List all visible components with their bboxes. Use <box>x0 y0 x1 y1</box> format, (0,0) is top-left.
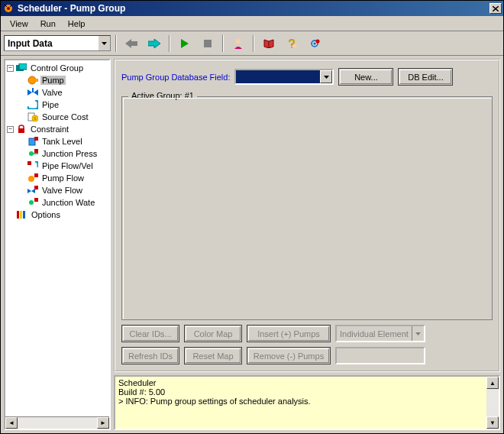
tree-item-valve[interactable]: Valve <box>5 86 109 99</box>
chevron-down-icon <box>320 70 332 83</box>
close-button[interactable] <box>489 3 502 14</box>
valveflow-icon <box>27 184 39 196</box>
menu-help[interactable]: Help <box>62 18 92 30</box>
back-button[interactable] <box>121 34 141 53</box>
run-button[interactable] <box>175 34 195 53</box>
svg-point-40 <box>29 200 34 205</box>
tree-item-pipe[interactable]: Pipe <box>5 99 109 111</box>
svg-marker-23 <box>34 89 38 96</box>
scroll-left-icon[interactable]: ◄ <box>5 417 18 429</box>
colormap-button[interactable]: Color Map <box>184 325 242 342</box>
lock-icon <box>15 123 27 135</box>
group-icon <box>15 62 27 74</box>
svg-point-35 <box>28 176 34 182</box>
main-area: − Control Group Pump Valve Pi <box>1 56 503 433</box>
svg-point-17 <box>316 39 320 43</box>
menubar: View Run Help <box>1 16 503 31</box>
chevron-down-icon <box>98 36 110 50</box>
insert-pumps-button[interactable]: Insert (+) Pumps <box>247 325 331 342</box>
tree-item-pumpflow[interactable]: Pump Flow <box>5 172 109 184</box>
collapse-icon[interactable]: − <box>7 65 14 72</box>
active-group-box: Active Group: #1 <box>121 96 493 320</box>
junction-icon <box>27 147 39 160</box>
svg-rect-21 <box>35 79 38 82</box>
app-window: Scheduler - Pump Group View Run Help Inp… <box>0 0 504 434</box>
tree-item-junctionwater[interactable]: Junction Wate <box>5 196 109 209</box>
chevron-down-icon <box>412 326 424 341</box>
scroll-right-icon[interactable]: ► <box>97 417 109 429</box>
svg-rect-19 <box>19 63 27 70</box>
mode-combo[interactable]: Input Data <box>4 35 111 51</box>
svg-marker-37 <box>27 189 31 193</box>
toolbar: Input Data <box>1 31 503 56</box>
tree-constraint[interactable]: − Constraint <box>5 123 109 135</box>
forward-button[interactable] <box>144 34 164 53</box>
tree-root[interactable]: − Control Group <box>5 62 109 74</box>
menu-run[interactable]: Run <box>34 18 62 30</box>
new-button[interactable]: New... <box>338 68 393 86</box>
tree-options[interactable]: Options <box>5 209 109 221</box>
remove-pumps-button[interactable]: Remove (-) Pumps <box>247 347 331 364</box>
refreshids-button[interactable]: Refresh IDs <box>121 347 179 364</box>
svg-point-20 <box>28 76 36 84</box>
book-icon[interactable] <box>259 34 279 53</box>
collapse-icon[interactable]: − <box>7 126 14 133</box>
svg-point-31 <box>29 151 34 156</box>
svg-marker-45 <box>324 76 329 79</box>
dbedit-button[interactable]: DB Edit... <box>398 68 453 86</box>
scroll-down-icon[interactable]: ▼ <box>486 416 499 429</box>
svg-rect-10 <box>204 40 212 47</box>
mode-combo-text: Input Data <box>5 38 98 49</box>
svg-marker-8 <box>148 39 160 48</box>
tree-panel: − Control Group Pump Valve Pi <box>4 59 111 430</box>
empty-field <box>335 347 425 364</box>
menu-view[interactable]: View <box>4 18 34 30</box>
db-field-label: Pump Group Database Field: <box>121 73 230 82</box>
svg-marker-7 <box>125 39 137 48</box>
tree[interactable]: − Control Group Pump Valve Pi <box>5 60 109 416</box>
help-icon[interactable] <box>282 34 302 53</box>
tree-item-pipeflow[interactable]: Pipe Flow/Vel <box>5 160 109 172</box>
svg-rect-39 <box>34 186 38 189</box>
db-field-combo[interactable] <box>234 69 334 85</box>
app-icon <box>2 2 15 15</box>
tree-item-valveflow[interactable]: Valve Flow <box>5 184 109 196</box>
pipe-icon <box>27 99 39 111</box>
group-label: Active Group: #1 <box>128 91 197 100</box>
svg-point-11 <box>236 39 241 44</box>
svg-rect-30 <box>34 137 38 141</box>
svg-marker-22 <box>27 89 32 96</box>
junctionwater-icon <box>27 196 39 209</box>
svg-rect-28 <box>18 128 24 133</box>
svg-rect-34 <box>27 161 31 165</box>
svg-rect-42 <box>17 211 19 219</box>
svg-rect-33 <box>34 149 38 153</box>
right-panel: Pump Group Database Field: New... DB Edi… <box>114 59 500 430</box>
resetmap-button[interactable]: Reset Map <box>184 347 242 364</box>
element-combo: Individual Element <box>335 325 425 342</box>
pump-icon <box>27 74 39 86</box>
window-title: Scheduler - Pump Group <box>18 3 488 14</box>
svg-rect-36 <box>34 173 38 177</box>
svg-marker-6 <box>102 42 107 45</box>
log-vscroll[interactable]: ▲ ▼ <box>486 377 499 429</box>
tree-item-junctionpress[interactable]: Junction Press <box>5 147 109 160</box>
svg-rect-29 <box>29 138 35 145</box>
svg-rect-44 <box>23 211 25 219</box>
clearids-button[interactable]: Clear IDs... <box>121 325 179 342</box>
tree-item-pump[interactable]: Pump <box>5 74 109 86</box>
scroll-up-icon[interactable]: ▲ <box>486 377 499 389</box>
tree-item-sourcecost[interactable]: $ Source Cost <box>5 111 109 123</box>
stop-button[interactable] <box>198 34 218 53</box>
cost-icon: $ <box>27 111 39 123</box>
gear-icon[interactable] <box>305 34 325 53</box>
svg-marker-9 <box>181 39 189 48</box>
pumpflow-icon <box>27 172 39 184</box>
svg-rect-43 <box>20 211 22 219</box>
svg-point-16 <box>314 42 316 44</box>
titlebar: Scheduler - Pump Group <box>1 1 503 16</box>
user-icon[interactable] <box>228 34 248 53</box>
tree-item-tanklevel[interactable]: Tank Level <box>5 135 109 147</box>
svg-point-13 <box>291 47 292 48</box>
tree-hscroll[interactable]: ◄ ► <box>5 416 109 429</box>
